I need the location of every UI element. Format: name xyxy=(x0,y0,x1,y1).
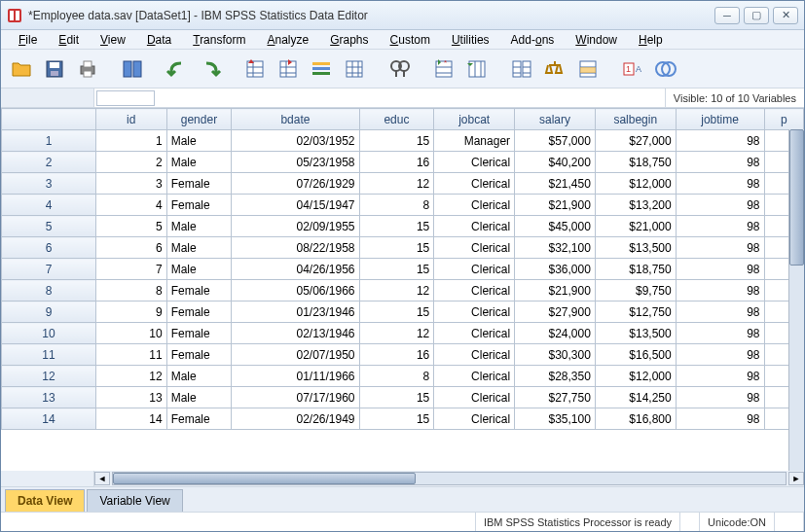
cell-salary[interactable]: $27,750 xyxy=(515,387,596,408)
open-button[interactable] xyxy=(7,54,36,84)
cell-gender[interactable]: Male xyxy=(166,237,232,259)
tab-data-view[interactable]: Data View xyxy=(5,489,85,512)
column-header-jobcat[interactable]: jobcat xyxy=(434,109,515,130)
cell-jobtime[interactable]: 98 xyxy=(676,280,764,301)
row-header[interactable]: 3 xyxy=(2,173,96,195)
maximize-button[interactable]: ▢ xyxy=(744,7,769,24)
cell-bdate[interactable]: 08/22/1958 xyxy=(232,237,359,259)
cell-bdate[interactable]: 07/17/1960 xyxy=(232,387,359,408)
cell-id[interactable]: 3 xyxy=(95,173,166,195)
column-header-jobtime[interactable]: jobtime xyxy=(676,109,764,130)
horizontal-scrollbar[interactable] xyxy=(112,472,787,485)
cell-id[interactable]: 4 xyxy=(95,195,166,216)
menu-view[interactable]: View xyxy=(91,33,135,47)
cell-salbegin[interactable]: $12,000 xyxy=(595,173,676,195)
cell-gender[interactable]: Female xyxy=(166,195,232,216)
table-row[interactable]: 44Female04/15/19478Clerical$21,900$13,20… xyxy=(2,195,804,216)
cell-salbegin[interactable]: $13,500 xyxy=(595,237,676,259)
cell-salary[interactable]: $45,000 xyxy=(515,216,596,237)
cell-gender[interactable]: Male xyxy=(166,366,232,387)
cell-salbegin[interactable]: $16,500 xyxy=(595,344,676,366)
cell-bdate[interactable]: 02/03/1952 xyxy=(232,130,359,152)
cell-gender[interactable]: Female xyxy=(166,280,232,301)
cell-jobcat[interactable]: Clerical xyxy=(434,280,515,301)
cell-id[interactable]: 14 xyxy=(95,408,166,430)
goto-variable-button[interactable] xyxy=(274,54,303,84)
row-header[interactable]: 10 xyxy=(2,323,96,344)
value-labels-button[interactable]: 1A xyxy=(618,54,647,84)
menu-graphs[interactable]: Graphs xyxy=(320,33,378,47)
cell-id[interactable]: 2 xyxy=(95,152,166,173)
cell-id[interactable]: 1 xyxy=(95,130,166,152)
column-header-p[interactable]: p xyxy=(764,109,803,130)
cell-educ[interactable]: 8 xyxy=(359,366,434,387)
cell-jobcat[interactable]: Clerical xyxy=(434,216,515,237)
row-header[interactable]: 14 xyxy=(2,408,96,430)
cell-bdate[interactable]: 02/09/1955 xyxy=(232,216,359,237)
scroll-left-button[interactable]: ◄ xyxy=(94,472,110,485)
menu-file[interactable]: File xyxy=(9,33,47,47)
cell-jobtime[interactable]: 98 xyxy=(676,366,764,387)
table-row[interactable]: 1414Female02/26/194915Clerical$35,100$16… xyxy=(2,408,804,430)
table-row[interactable]: 1010Female02/13/194612Clerical$24,000$13… xyxy=(2,323,804,344)
cell-name-field[interactable] xyxy=(96,90,155,106)
row-header[interactable]: 5 xyxy=(2,216,96,237)
cell-educ[interactable]: 15 xyxy=(359,408,434,430)
vertical-scroll-thumb[interactable] xyxy=(789,129,804,266)
cell-salbegin[interactable]: $14,250 xyxy=(595,387,676,408)
table-row[interactable]: 33Female07/26/192912Clerical$21,450$12,0… xyxy=(2,173,804,195)
cell-gender[interactable]: Female xyxy=(166,408,232,430)
cell-jobcat[interactable]: Clerical xyxy=(434,366,515,387)
cell-jobcat[interactable]: Clerical xyxy=(434,387,515,408)
recall-dialog-button[interactable] xyxy=(118,54,147,84)
cell-jobcat[interactable]: Clerical xyxy=(434,259,515,280)
cell-jobcat[interactable]: Clerical xyxy=(434,173,515,195)
cell-educ[interactable]: 12 xyxy=(359,173,434,195)
insert-cases-button[interactable]: * xyxy=(429,54,458,84)
cell-salbegin[interactable]: $13,200 xyxy=(595,195,676,216)
cell-educ[interactable]: 15 xyxy=(359,301,434,323)
cell-bdate[interactable]: 05/06/1966 xyxy=(232,280,359,301)
menu-data[interactable]: Data xyxy=(137,33,181,47)
cell-jobtime[interactable]: 98 xyxy=(676,173,764,195)
menu-edit[interactable]: Edit xyxy=(49,33,89,47)
cell-salary[interactable]: $24,000 xyxy=(515,323,596,344)
row-header[interactable]: 2 xyxy=(2,152,96,173)
cell-id[interactable]: 11 xyxy=(95,344,166,366)
cell-bdate[interactable]: 07/26/1929 xyxy=(232,173,359,195)
cell-bdate[interactable]: 05/23/1958 xyxy=(232,152,359,173)
tab-variable-view[interactable]: Variable View xyxy=(87,489,182,512)
cell-jobtime[interactable]: 98 xyxy=(676,195,764,216)
cell-gender[interactable]: Male xyxy=(166,216,232,237)
cell-salbegin[interactable]: $12,000 xyxy=(595,366,676,387)
cell-id[interactable]: 6 xyxy=(95,237,166,259)
cell-bdate[interactable]: 01/23/1946 xyxy=(232,301,359,323)
column-header-gender[interactable]: gender xyxy=(166,109,232,130)
cell-salary[interactable]: $32,100 xyxy=(515,237,596,259)
cell-gender[interactable]: Male xyxy=(166,130,232,152)
cell-bdate[interactable]: 02/13/1946 xyxy=(232,323,359,344)
weight-cases-button[interactable] xyxy=(540,54,569,84)
cell-jobtime[interactable]: 98 xyxy=(676,216,764,237)
cell-bdate[interactable]: 02/26/1949 xyxy=(232,408,359,430)
save-button[interactable] xyxy=(40,54,69,84)
table-row[interactable]: 55Male02/09/195515Clerical$45,000$21,000… xyxy=(2,216,804,237)
row-header[interactable]: 6 xyxy=(2,237,96,259)
cell-jobcat[interactable]: Clerical xyxy=(434,344,515,366)
cell-jobcat[interactable]: Clerical xyxy=(434,195,515,216)
undo-button[interactable] xyxy=(163,54,192,84)
cell-bdate[interactable]: 01/11/1966 xyxy=(232,366,359,387)
cell-gender[interactable]: Male xyxy=(166,259,232,280)
find-button[interactable] xyxy=(384,54,414,84)
cell-jobtime[interactable]: 98 xyxy=(676,408,764,430)
cell-salary[interactable]: $35,100 xyxy=(515,408,596,430)
cell-bdate[interactable]: 04/15/1947 xyxy=(232,195,359,216)
cell-bdate[interactable]: 04/26/1956 xyxy=(232,259,359,280)
close-button[interactable]: ✕ xyxy=(773,7,798,24)
cell-jobcat[interactable]: Manager xyxy=(434,130,515,152)
cell-jobtime[interactable]: 98 xyxy=(676,152,764,173)
cell-salbegin[interactable]: $21,000 xyxy=(595,216,676,237)
cell-jobcat[interactable]: Clerical xyxy=(434,301,515,323)
column-header-id[interactable]: id xyxy=(95,109,166,130)
cell-jobtime[interactable]: 98 xyxy=(676,344,764,366)
